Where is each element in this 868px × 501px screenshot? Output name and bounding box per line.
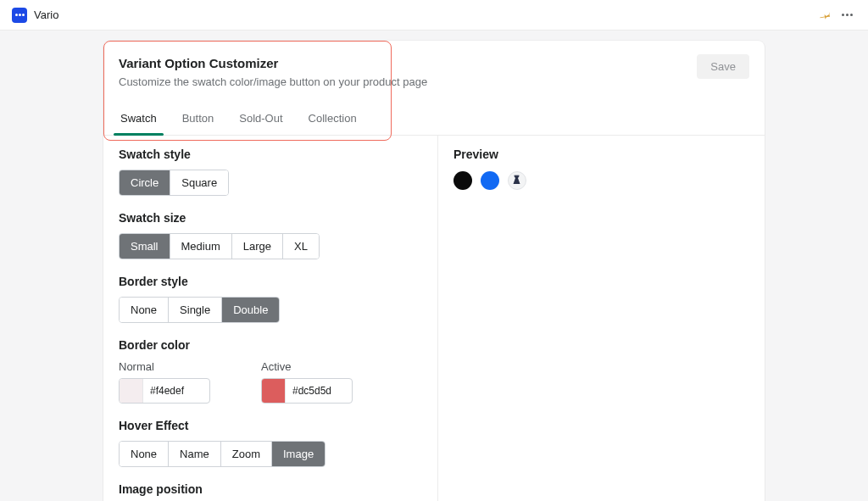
- preview-swatch-1[interactable]: [453, 171, 472, 190]
- tab-swatch[interactable]: Swatch: [119, 103, 159, 135]
- tabs: Swatch Button Sold-Out Collection: [103, 103, 765, 136]
- swatch-style-label: Swatch style: [119, 148, 437, 161]
- save-button[interactable]: Save: [697, 54, 749, 79]
- border-color-active-chip: [262, 379, 286, 403]
- image-position-label: Image position: [119, 482, 437, 496]
- swatch-size-xl[interactable]: XL: [283, 234, 319, 259]
- tab-collection[interactable]: Collection: [307, 103, 359, 135]
- border-color-label: Border color: [119, 338, 437, 352]
- preview-label: Preview: [453, 148, 749, 161]
- top-bar: Vario: [0, 0, 868, 31]
- border-style-single[interactable]: Single: [169, 298, 222, 322]
- border-style-group: None Single Double: [119, 297, 280, 323]
- hover-effect-name[interactable]: Name: [169, 442, 221, 466]
- pin-icon[interactable]: [820, 9, 832, 21]
- swatch-style-circle[interactable]: Circle: [120, 170, 170, 195]
- border-color-normal-input[interactable]: #f4edef: [119, 378, 210, 404]
- border-color-normal-chip: [120, 379, 143, 403]
- preview-swatches: [453, 171, 749, 190]
- swatch-style-group: Circle Square: [119, 170, 229, 196]
- border-color-normal-hex: #f4edef: [143, 385, 191, 397]
- more-icon[interactable]: [838, 10, 856, 19]
- border-color-active-hex: #dc5d5d: [286, 385, 338, 397]
- dress-icon: [512, 174, 522, 188]
- app-logo: [12, 8, 27, 23]
- swatch-style-square[interactable]: Square: [170, 170, 228, 195]
- swatch-size-group: Small Medium Large XL: [119, 233, 320, 259]
- preview-column: Preview: [438, 136, 765, 501]
- hover-effect-label: Hover Effect: [119, 419, 437, 432]
- settings-column: Swatch style Circle Square Swatch size S…: [103, 136, 438, 501]
- panel-subtitle: Customize the swatch color/image button …: [119, 75, 749, 88]
- swatch-size-large[interactable]: Large: [232, 234, 283, 259]
- app-name: Vario: [34, 8, 58, 21]
- hover-effect-zoom[interactable]: Zoom: [221, 442, 272, 466]
- swatch-size-small[interactable]: Small: [120, 234, 170, 259]
- border-style-double[interactable]: Double: [222, 298, 279, 322]
- tab-sold-out[interactable]: Sold-Out: [237, 103, 284, 135]
- hover-effect-image[interactable]: Image: [272, 442, 325, 466]
- border-color-active-label: Active: [261, 360, 353, 373]
- preview-swatch-3[interactable]: [508, 171, 526, 190]
- border-color-normal-label: Normal: [119, 360, 210, 373]
- hover-effect-group: None Name Zoom Image: [119, 441, 326, 467]
- hover-effect-none[interactable]: None: [120, 442, 169, 466]
- border-style-none[interactable]: None: [120, 298, 169, 322]
- tab-button[interactable]: Button: [181, 103, 216, 135]
- panel: Save Variant Option Customizer Customize…: [103, 41, 765, 501]
- panel-title: Variant Option Customizer: [119, 56, 749, 70]
- swatch-size-label: Swatch size: [119, 211, 437, 225]
- swatch-size-medium[interactable]: Medium: [170, 234, 232, 259]
- border-color-active-input[interactable]: #dc5d5d: [261, 378, 353, 404]
- preview-swatch-2[interactable]: [481, 171, 499, 190]
- border-style-label: Border style: [119, 275, 437, 288]
